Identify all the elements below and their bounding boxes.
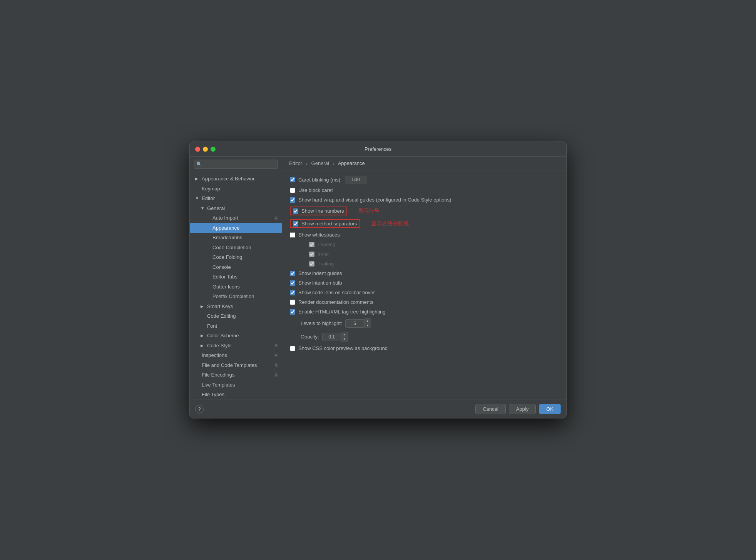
caret-blinking-input[interactable] (345, 176, 367, 183)
whitespaces-label: Show whitespaces (298, 232, 340, 238)
levels-input[interactable] (345, 319, 365, 328)
arrow-icon: ▶ (201, 303, 205, 309)
sidebar-item-auto-import[interactable]: Auto Import ⎘ (190, 213, 282, 223)
sidebar-item-live-templates[interactable]: Live Templates (190, 380, 282, 390)
breadcrumb-part3: Appearance (338, 160, 365, 166)
method-separators-annotation: 显示方法分割线 (371, 220, 409, 227)
sidebar-item-code-completion[interactable]: Code Completion (190, 243, 282, 253)
arrow-icon: ▶ (201, 333, 205, 338)
trailing-label: Trailing (318, 261, 334, 267)
sidebar-item-label: Code Editing (207, 312, 278, 320)
sidebar-item-label: Code Folding (212, 253, 278, 261)
title-bar: Preferences (190, 142, 566, 157)
intention-bulb-row: Show intention bulb (290, 280, 559, 286)
close-button[interactable] (195, 147, 200, 152)
leading-checkbox[interactable] (309, 242, 314, 247)
css-preview-checkbox[interactable] (290, 346, 295, 351)
sidebar-item-appearance-behavior[interactable]: ▶ Appearance & Behavior (190, 174, 282, 184)
indent-guides-checkbox[interactable] (290, 271, 295, 276)
opacity-down-button[interactable]: ▼ (341, 337, 348, 342)
code-lens-row: Show code lens on scrollbar hover (290, 290, 559, 295)
sidebar-item-code-editing[interactable]: Code Editing (190, 311, 282, 321)
sidebar-item-inspections[interactable]: Inspections ⎘ (190, 350, 282, 360)
search-input[interactable] (194, 160, 278, 169)
line-numbers-label: Show line numbers (301, 208, 344, 214)
apply-button[interactable]: Apply (509, 404, 536, 414)
sidebar-item-editor[interactable]: ▼ Editor (190, 193, 282, 203)
content-area: 🔍 ▶ Appearance & Behavior Keymap ▼ (190, 157, 566, 400)
sidebar-item-file-encodings[interactable]: File Encodings ⎘ (190, 370, 282, 380)
render-docs-checkbox[interactable] (290, 300, 295, 305)
intention-bulb-label: Show intention bulb (298, 280, 342, 286)
search-wrapper: 🔍 (194, 160, 278, 169)
sidebar-item-appearance[interactable]: Appearance (190, 223, 282, 233)
sidebar-item-label: Smart Keys (207, 303, 278, 310)
trailing-row: Trailing (290, 261, 559, 267)
caret-blinking-label: Caret blinking (ms): (298, 177, 342, 183)
method-separators-checkbox[interactable] (293, 221, 298, 227)
cancel-button[interactable]: Cancel (475, 404, 505, 414)
line-numbers-checkbox[interactable] (293, 208, 298, 214)
sidebar-item-label: Auto Import (212, 214, 273, 222)
opacity-up-button[interactable]: ▲ (341, 332, 348, 337)
sidebar-item-code-style[interactable]: ▶ Code Style ⎘ (190, 341, 282, 351)
whitespaces-checkbox[interactable] (290, 232, 295, 238)
copy-icon: ⎘ (275, 372, 278, 378)
copy-icon: ⎘ (275, 215, 278, 222)
sidebar-item-file-types[interactable]: File Types (190, 390, 282, 400)
levels-highlight-row: Levels to highlight: ▲ ▼ (290, 318, 559, 328)
sidebar-item-label: Gutter Icons (212, 283, 278, 291)
sidebar-item-keymap[interactable]: Keymap (190, 184, 282, 194)
block-caret-label: Use block caret (298, 187, 333, 193)
method-separators-row: Show method separators 显示方法分割线 (290, 219, 559, 228)
opacity-row: Opacity: ▲ ▼ (290, 332, 559, 342)
levels-arrows: ▲ ▼ (365, 318, 371, 328)
opacity-input[interactable] (322, 333, 341, 341)
html-xml-row: Enable HTML/XML tag tree highlighting (290, 309, 559, 315)
inner-checkbox[interactable] (309, 252, 314, 257)
intention-bulb-checkbox[interactable] (290, 280, 295, 286)
sidebar-item-label: Breadcrumbs (212, 234, 278, 242)
sidebar-item-gutter-icons[interactable]: Gutter Icons (190, 282, 282, 292)
sidebar-item-breadcrumbs[interactable]: Breadcrumbs (190, 233, 282, 243)
sidebar-item-label: Color Scheme (207, 332, 278, 340)
html-xml-checkbox[interactable] (290, 309, 295, 315)
sidebar-item-color-scheme[interactable]: ▶ Color Scheme (190, 331, 282, 341)
sidebar-item-code-folding[interactable]: Code Folding (190, 252, 282, 262)
main-panel: Editor › General › Appearance Caret blin… (282, 157, 566, 400)
line-numbers-row: Show line numbers 显示行号 (290, 207, 559, 215)
sidebar-item-console[interactable]: Console (190, 262, 282, 272)
hard-wrap-checkbox[interactable] (290, 197, 295, 203)
line-numbers-annotation: 显示行号 (358, 208, 380, 215)
css-preview-label: Show CSS color preview as background (298, 345, 388, 351)
levels-up-button[interactable]: ▲ (365, 319, 371, 323)
sidebar-item-label: Postfix Completion (212, 293, 278, 300)
help-button[interactable]: ? (195, 405, 204, 413)
breadcrumb-sep1: › (306, 160, 308, 166)
trailing-checkbox[interactable] (309, 261, 314, 267)
ok-button[interactable]: OK (539, 404, 561, 414)
sidebar-item-label: Live Templates (202, 381, 278, 389)
code-lens-checkbox[interactable] (290, 290, 295, 295)
window-controls (195, 147, 216, 152)
caret-blinking-checkbox[interactable] (290, 177, 295, 182)
sidebar-item-file-code-templates[interactable]: File and Code Templates ⎘ (190, 360, 282, 370)
block-caret-checkbox[interactable] (290, 188, 295, 193)
method-separators-highlight: Show method separators (290, 219, 360, 228)
search-icon: 🔍 (196, 162, 202, 167)
copy-icon: ⎘ (275, 352, 278, 359)
sidebar-item-label: Appearance & Behavior (202, 175, 278, 183)
sidebar-item-editor-tabs[interactable]: Editor Tabs (190, 272, 282, 282)
sidebar-item-general[interactable]: ▼ General (190, 203, 282, 213)
minimize-button[interactable] (203, 147, 208, 152)
levels-down-button[interactable]: ▼ (365, 323, 371, 328)
maximize-button[interactable] (211, 147, 216, 152)
opacity-label: Opacity: (301, 334, 319, 340)
sidebar-item-postfix-completion[interactable]: Postfix Completion (190, 292, 282, 302)
indent-guides-label: Show indent guides (298, 270, 342, 276)
sidebar-item-font[interactable]: Font (190, 321, 282, 331)
sidebar-item-smart-keys[interactable]: ▶ Smart Keys (190, 302, 282, 312)
copy-icon: ⎘ (275, 362, 278, 368)
html-xml-label: Enable HTML/XML tag tree highlighting (298, 309, 385, 315)
sidebar-item-label: Keymap (202, 185, 278, 193)
